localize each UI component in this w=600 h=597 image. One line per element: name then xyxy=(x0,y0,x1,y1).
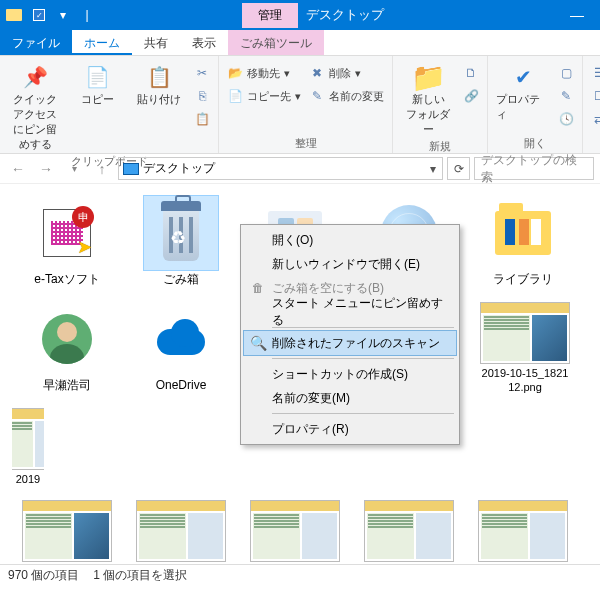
forward-button[interactable]: → xyxy=(34,157,58,181)
invert-icon: ⇄ xyxy=(591,111,600,127)
address-dropdown-icon[interactable]: ▾ xyxy=(428,162,438,176)
ctx-separator xyxy=(272,413,454,414)
item-screenshot[interactable]: 2019-10-15_1824 xyxy=(240,500,350,564)
contextual-tab-manage[interactable]: 管理 xyxy=(242,3,298,28)
paste-button[interactable]: 貼り付け xyxy=(132,60,186,107)
ribbon-tabs: ファイル ホーム 共有 表示 ごみ箱ツール xyxy=(0,30,600,56)
move-icon: 📂 xyxy=(227,65,243,81)
status-count: 970 個の項目 xyxy=(8,567,79,584)
path-icon: ⎘ xyxy=(194,88,210,104)
location-icon xyxy=(123,163,139,175)
copy-icon xyxy=(84,64,110,90)
cut-button[interactable]: ✂ xyxy=(194,62,210,84)
thumbnail-icon xyxy=(480,302,570,364)
explorer-icon[interactable] xyxy=(4,4,26,26)
copy-button[interactable]: コピー xyxy=(70,60,124,107)
paste-shortcut-button[interactable]: 📋 xyxy=(194,108,210,130)
item-recycle-bin[interactable]: ♻ ごみ箱 xyxy=(126,196,236,288)
paste-icon xyxy=(146,64,172,90)
file-list[interactable]: 申➤ e-Taxソフト ♻ ごみ箱 ライブラリ 早瀬浩司 OneDrive xyxy=(0,184,600,564)
group-label-open: 開く xyxy=(496,134,574,151)
trash-small-icon: 🗑 xyxy=(250,280,266,296)
status-selected: 1 個の項目を選択 xyxy=(93,567,187,584)
copyto-icon: 📄 xyxy=(227,88,243,104)
new-folder-button[interactable]: 新しい フォルダー xyxy=(401,60,455,137)
pin-icon xyxy=(22,64,48,90)
history-button[interactable]: 🕓 xyxy=(558,108,574,130)
ctx-create-shortcut[interactable]: ショートカットの作成(S) xyxy=(244,362,456,386)
item-screenshot[interactable]: 2019-10-15_1826 xyxy=(468,500,578,564)
thumbnail-icon xyxy=(22,500,112,562)
copy-to-button[interactable]: 📄コピー先 ▾ xyxy=(227,85,301,107)
pin-quick-access-button[interactable]: クイック アクセス にピン留めする xyxy=(8,60,62,152)
select-none-button[interactable]: ☐ xyxy=(591,85,600,107)
item-screenshot[interactable]: 2019-10-15_1823 xyxy=(12,500,122,564)
item-screenshot[interactable]: 2019-10-15_1824 xyxy=(126,500,236,564)
item-user[interactable]: 早瀬浩司 xyxy=(12,302,122,395)
tab-view[interactable]: 表示 xyxy=(180,30,228,55)
title-bar: ✓ ▾ | 管理 デスクトップ — xyxy=(0,0,600,30)
tab-recycle-tool[interactable]: ごみ箱ツール xyxy=(228,30,324,55)
scan-icon: 🔍 xyxy=(250,335,266,351)
ctx-rename[interactable]: 名前の変更(M) xyxy=(244,386,456,410)
ctx-open[interactable]: 開く(O) xyxy=(244,228,456,252)
item-onedrive[interactable]: OneDrive xyxy=(126,302,236,395)
ribbon-group-organize: 📂移動先 ▾ 📄コピー先 ▾ ✖削除 ▾ ✎名前の変更 整理 xyxy=(219,56,393,153)
quick-access-toolbar: ✓ ▾ | xyxy=(0,4,102,26)
open-icon: ▢ xyxy=(558,65,574,81)
trash-icon: ♻ xyxy=(153,201,209,265)
item-screenshot[interactable]: 2019-10-15_1821 12.png xyxy=(470,302,580,395)
tab-file[interactable]: ファイル xyxy=(0,30,72,55)
minimize-button[interactable]: — xyxy=(554,7,600,23)
status-bar: 970 個の項目 1 個の項目を選択 xyxy=(0,564,600,586)
easy-access-button[interactable]: 🔗 xyxy=(463,85,479,107)
move-to-button[interactable]: 📂移動先 ▾ xyxy=(227,62,301,84)
open-button[interactable]: ▢ xyxy=(558,62,574,84)
select-none-icon: ☐ xyxy=(591,88,600,104)
properties-button[interactable]: ✔プロパティ xyxy=(496,60,550,122)
recent-dropdown[interactable]: ▾ xyxy=(62,157,86,181)
back-button[interactable]: ← xyxy=(6,157,30,181)
ctx-properties[interactable]: プロパティ(R) xyxy=(244,417,456,441)
easy-access-icon: 🔗 xyxy=(463,88,479,104)
tab-home[interactable]: ホーム xyxy=(72,30,132,55)
rename-icon: ✎ xyxy=(309,88,325,104)
etax-icon: 申➤ xyxy=(43,209,91,257)
ctx-pin-start[interactable]: スタート メニューにピン留めする xyxy=(244,300,456,324)
ctx-open-new-window[interactable]: 新しいウィンドウで開く(E) xyxy=(244,252,456,276)
thumbnail-icon xyxy=(364,500,454,562)
copy-path-button[interactable]: ⎘ xyxy=(194,85,210,107)
ctx-scan-deleted[interactable]: 🔍削除されたファイルのスキャン xyxy=(244,331,456,355)
thumbnail-icon xyxy=(136,500,226,562)
item-screenshot[interactable]: 2019 xyxy=(12,408,44,486)
address-bar[interactable]: デスクトップ ▾ xyxy=(118,157,443,180)
tab-share[interactable]: 共有 xyxy=(132,30,180,55)
select-all-icon: ☰ xyxy=(591,65,600,81)
search-input[interactable]: デスクトップの検索 xyxy=(474,157,594,180)
history-icon: 🕓 xyxy=(558,111,574,127)
qat-dropdown-icon[interactable]: ▾ xyxy=(52,4,74,26)
refresh-button[interactable]: ⟳ xyxy=(447,157,470,180)
onedrive-icon xyxy=(153,319,209,359)
item-screenshot[interactable]: 2019-10-15_1825 xyxy=(354,500,464,564)
ribbon-group-open: ✔プロパティ ▢ ✎ 🕓 開く xyxy=(488,56,583,153)
up-button[interactable]: ↑ xyxy=(90,157,114,181)
invert-select-button[interactable]: ⇄ xyxy=(591,108,600,130)
item-library[interactable]: ライブラリ xyxy=(468,196,578,288)
qat-select-icon[interactable]: ✓ xyxy=(28,4,50,26)
ribbon: クイック アクセス にピン留めする コピー 貼り付け ✂ ⎘ 📋 クリップボード… xyxy=(0,56,600,154)
delete-button[interactable]: ✖削除 ▾ xyxy=(309,62,384,84)
new-item-button[interactable]: 🗋 xyxy=(463,62,479,84)
thumbnail-icon xyxy=(12,408,44,470)
new-item-icon: 🗋 xyxy=(463,65,479,81)
edit-button[interactable]: ✎ xyxy=(558,85,574,107)
navigation-bar: ← → ▾ ↑ デスクトップ ▾ ⟳ デスクトップの検索 xyxy=(0,154,600,184)
window-title: デスクトップ xyxy=(306,6,384,24)
rename-button[interactable]: ✎名前の変更 xyxy=(309,85,384,107)
qat-separator: | xyxy=(76,4,98,26)
group-label-new: 新規 xyxy=(401,137,479,154)
cut-icon: ✂ xyxy=(194,65,210,81)
address-text: デスクトップ xyxy=(143,160,215,177)
select-all-button[interactable]: ☰ xyxy=(591,62,600,84)
item-etax[interactable]: 申➤ e-Taxソフト xyxy=(12,196,122,288)
